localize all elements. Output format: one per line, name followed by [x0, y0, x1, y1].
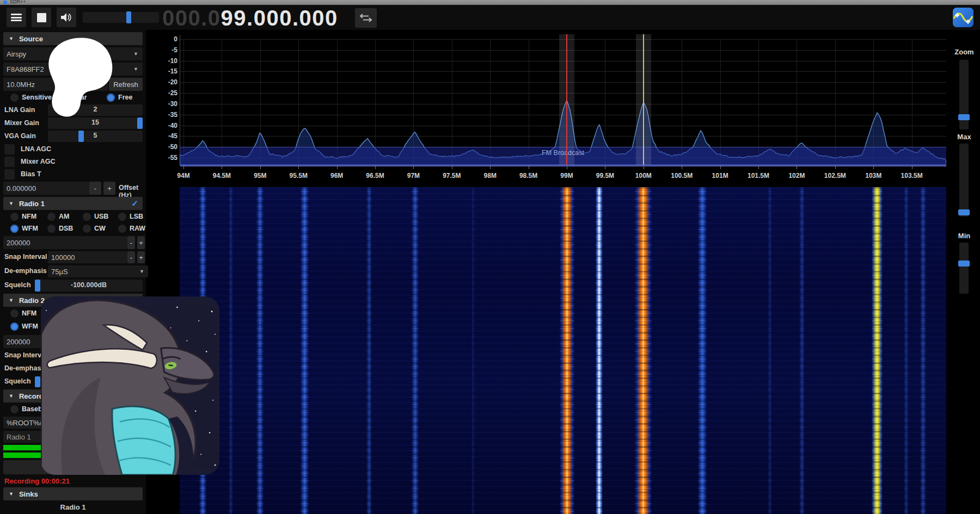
mixer-gain-label: Mixer Gain — [4, 119, 39, 127]
max-slider[interactable] — [959, 144, 969, 216]
offset-plus-button[interactable]: + — [103, 182, 115, 195]
radio1-panel-header[interactable]: ▼ Radio 1 ✓ — [3, 197, 143, 210]
x-tick-label: 102.5M — [819, 172, 852, 179]
mode-nfm-radio2-radio[interactable] — [10, 309, 19, 318]
radio1-bw-minus-button[interactable]: - — [127, 236, 135, 249]
radio2-bandwidth-value: 200000 — [7, 338, 30, 346]
bias-t-checkbox[interactable] — [4, 169, 15, 179]
volume-slider[interactable] — [83, 12, 159, 23]
mode-wfm-radio2-radio[interactable] — [10, 323, 19, 331]
radio1-squelch-slider[interactable]: -100.000dB — [35, 280, 143, 292]
agc-checkbox-group: LNA AGCMixer AGCBias T — [0, 144, 146, 179]
gain-mode-free-label: Free — [118, 94, 132, 101]
censor-blob-overlay — [42, 36, 115, 122]
frequency-active-digits[interactable]: 99.000.000 — [221, 6, 338, 30]
radio2-panel-title: Radio 2 — [19, 296, 45, 305]
y-tick-label: -45 — [160, 132, 177, 140]
radio1-bandwidth-input[interactable]: 200000 — [3, 236, 127, 249]
mode-nfm-radio2-label: NFM — [22, 309, 36, 317]
y-tick-label: -30 — [160, 100, 177, 108]
x-tick-label: 103.5M — [896, 172, 928, 179]
radio1-enabled-check-icon[interactable]: ✓ — [131, 199, 138, 208]
max-slider-handle[interactable] — [958, 209, 970, 215]
swap-arrows-icon — [359, 13, 372, 23]
sinks-panel-header[interactable]: ▼ Sinks — [3, 487, 143, 500]
collapse-triangle-icon: ▼ — [9, 491, 14, 497]
radio2-vfo-center-line[interactable] — [643, 34, 644, 165]
y-tick-label: -25 — [160, 89, 177, 97]
waterfall-scanlines — [180, 187, 946, 514]
x-tick-label: 100.5M — [665, 172, 698, 179]
mixer-agc-checkbox[interactable] — [4, 157, 15, 167]
y-tick-label: -35 — [160, 111, 177, 119]
zoom-slider-label: Zoom — [948, 48, 980, 56]
mode-lsb-radio1-label: LSB — [130, 213, 143, 220]
frequency-dim-digits[interactable]: 000.0 — [162, 6, 221, 30]
offset-input[interactable]: 0.000000 — [3, 182, 89, 195]
speaker-icon — [60, 11, 73, 23]
chevron-down-icon: ▼ — [139, 269, 144, 274]
mute-button[interactable] — [57, 8, 76, 27]
vga-gain-slider[interactable]: 5 — [48, 131, 143, 142]
stop-button[interactable] — [32, 8, 51, 27]
x-tick-label: 96M — [321, 172, 353, 179]
radio1-vfo-band[interactable] — [559, 34, 574, 165]
plus-icon: + — [139, 253, 143, 262]
mode-raw-radio1-radio[interactable] — [118, 225, 126, 233]
x-tick-label: 97.5M — [436, 172, 468, 179]
mode-usb-radio1-radio[interactable] — [83, 213, 91, 221]
mode-nfm-radio1-radio[interactable] — [10, 213, 19, 221]
record-stream-value: Radio 1 — [7, 433, 31, 441]
source-device-value: Airspy — [7, 50, 26, 58]
mode-am-radio1-radio[interactable] — [47, 213, 56, 221]
radio1-snap-value: 100000 — [51, 253, 75, 262]
mode-wfm-radio1-radio[interactable] — [10, 225, 19, 233]
x-tick-label: 94M — [167, 172, 200, 179]
lna-agc-checkbox[interactable] — [4, 144, 15, 154]
mode-dsb-radio1-radio[interactable] — [47, 225, 56, 233]
gain-mode-sensitive-radio[interactable] — [10, 94, 19, 102]
radio1-snap-label: Snap Interval — [4, 253, 47, 261]
x-tick-label: 99M — [550, 172, 583, 179]
waterfall-display[interactable] — [180, 187, 946, 514]
mode-lsb-radio1-radio[interactable] — [118, 213, 126, 221]
radio1-snap-minus-button[interactable]: - — [127, 251, 135, 263]
radio1-snap-row: Snap Interval 100000 - + — [3, 251, 143, 263]
mode-wfm-radio1-label: WFM — [22, 225, 38, 232]
x-tick-label: 103M — [857, 172, 890, 179]
lna-agc-row: LNA AGC — [3, 144, 143, 154]
frequency-display[interactable]: 000.099.000.000 — [162, 5, 338, 30]
menu-button[interactable] — [7, 8, 26, 27]
radio2-vfo-band[interactable] — [636, 34, 651, 165]
radio1-vfo-center-line[interactable] — [566, 34, 567, 165]
y-tick-label: -50 — [160, 143, 177, 151]
chevron-down-icon: ▼ — [133, 51, 138, 57]
collapse-triangle-icon: ▼ — [9, 298, 14, 303]
x-tick-label: 94.5M — [205, 172, 238, 179]
collapse-triangle-icon: ▼ — [9, 36, 14, 41]
mode-cw-radio1-radio[interactable] — [83, 225, 91, 233]
radio1-snap-input[interactable]: 100000 — [48, 251, 127, 263]
refresh-label: Refresh — [113, 80, 138, 89]
record-baseband-radio[interactable] — [10, 405, 19, 413]
mode-nfm-radio1-label: NFM — [22, 213, 36, 220]
offset-minus-button[interactable]: - — [89, 182, 101, 195]
recording-status: Recording 00:00:21 — [4, 477, 146, 485]
bias-t-label: Bias T — [21, 170, 41, 178]
vga-gain-row: VGA Gain 5 — [3, 131, 143, 142]
min-slider-handle[interactable] — [958, 261, 970, 267]
x-tick-label: 98M — [474, 172, 506, 179]
x-tick-label: 102M — [780, 172, 813, 179]
x-tick-label: 95.5M — [282, 172, 315, 179]
waveform-logo-icon — [953, 8, 973, 27]
min-slider[interactable] — [959, 243, 969, 294]
radio1-snap-plus-button[interactable]: + — [137, 251, 145, 263]
mode-dsb-radio1-label: DSB — [59, 225, 73, 232]
zoom-slider-handle[interactable] — [958, 114, 970, 120]
volume-slider-handle[interactable] — [126, 11, 131, 23]
lna-gain-label: LNA Gain — [4, 106, 35, 114]
radio1-bw-plus-button[interactable]: + — [137, 236, 145, 249]
plus-icon: + — [107, 184, 112, 193]
radio1-deemphasis-select[interactable]: 75µS ▼ — [48, 265, 148, 277]
vfo-swap-button[interactable] — [355, 8, 377, 28]
